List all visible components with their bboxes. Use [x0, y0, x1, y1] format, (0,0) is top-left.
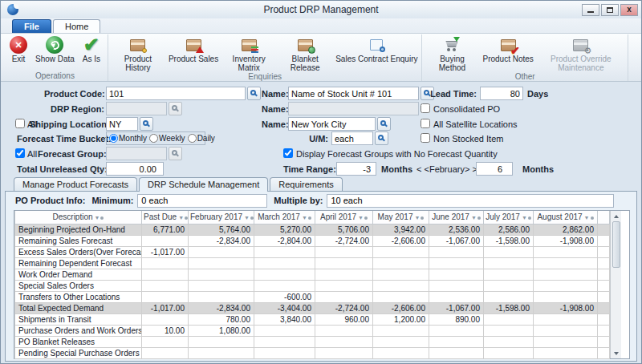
- exit-button[interactable]: ✕ Exit: [4, 34, 33, 63]
- all-forecast-label: All: [27, 149, 37, 159]
- time-range-forward-input[interactable]: [476, 162, 513, 176]
- grid-header-cell[interactable]: April 2017▼: [315, 211, 373, 224]
- filter-icon[interactable]: ▼: [178, 215, 184, 220]
- as-is-button[interactable]: ✔ As Is: [77, 34, 106, 63]
- shipping-location-input[interactable]: [106, 117, 138, 131]
- filter-icon[interactable]: ▼: [522, 215, 527, 220]
- grid-header-cell[interactable]: March 2017▼: [254, 211, 315, 224]
- grid-header-cell[interactable]: August 2017▼: [534, 211, 598, 224]
- um-input[interactable]: [331, 131, 373, 145]
- minimum-input[interactable]: [137, 194, 267, 208]
- close-icon: x: [627, 6, 632, 14]
- sales-contract-enquiry-button[interactable]: Sales Contract Enquiry: [333, 34, 420, 63]
- month-prev-arrows[interactable]: < <: [416, 164, 429, 174]
- monthly-label: Monthly: [119, 134, 147, 143]
- filter-dot-icon[interactable]: [591, 216, 594, 220]
- filter-icon[interactable]: ▼: [302, 215, 307, 220]
- tab-home[interactable]: Home: [53, 19, 100, 33]
- filter-dot-icon[interactable]: [185, 216, 188, 220]
- filter-icon[interactable]: ▼: [414, 215, 420, 220]
- button-label: Product Notes: [482, 55, 533, 63]
- weekly-radio[interactable]: [149, 134, 158, 143]
- consolidated-po-checkbox[interactable]: [421, 103, 430, 113]
- cell-value: [254, 246, 315, 257]
- filter-icon[interactable]: ▼: [244, 215, 250, 220]
- grid-header-cell[interactable]: February 2017▼: [189, 211, 254, 224]
- shipping-location-lookup-button[interactable]: [140, 117, 153, 131]
- tab-file[interactable]: File: [12, 19, 51, 33]
- filter-dot-icon[interactable]: [477, 216, 481, 220]
- product-code-lookup-button[interactable]: [247, 87, 261, 100]
- vertical-scrollbar[interactable]: [610, 211, 621, 358]
- cell-value: [429, 336, 484, 347]
- grid-header-cell[interactable]: July 2017▼: [484, 211, 534, 224]
- non-stocked-checkbox[interactable]: [421, 133, 430, 143]
- product-override-maintenance-button: ⚙ Product Override Maintenance: [536, 34, 626, 72]
- product-code-input[interactable]: [106, 87, 246, 100]
- shipping-location-name-lookup-button[interactable]: [377, 117, 391, 131]
- cell-value: [373, 280, 429, 291]
- scroll-up-button[interactable]: [611, 211, 621, 221]
- cell-value: [534, 269, 598, 280]
- grid-header-cell[interactable]: May 2017▼: [373, 211, 429, 224]
- scrollbar-thumb[interactable]: [612, 221, 620, 268]
- product-history-button[interactable]: Product History: [110, 34, 166, 72]
- forecast-group-label: Forecast Group:: [38, 149, 104, 159]
- lead-time-input[interactable]: [480, 87, 523, 100]
- column-label: February 2017: [190, 212, 242, 221]
- show-data-button[interactable]: Show Data: [33, 34, 77, 63]
- table-row: Remaining Sales Forecast-2,834.00-2,804.…: [15, 235, 610, 246]
- filter-dot-icon[interactable]: [250, 216, 254, 220]
- scroll-down-button[interactable]: [611, 348, 621, 358]
- row-filler: [598, 302, 610, 313]
- filter-dot-icon[interactable]: [528, 216, 531, 220]
- minimize-button[interactable]: [582, 4, 599, 16]
- tab-manage-product-forecasts[interactable]: Manage Product Forecasts: [14, 177, 137, 191]
- filter-dot-icon[interactable]: [364, 216, 368, 220]
- inventory-matrix-button[interactable]: Inventory Matrix: [221, 34, 277, 72]
- filter-icon[interactable]: ▼: [471, 215, 477, 220]
- filter-icon[interactable]: ▼: [95, 215, 100, 220]
- time-range-back-input[interactable]: [336, 162, 376, 176]
- row-filler: [598, 235, 610, 246]
- grid-header-cell[interactable]: Past Due▼: [142, 211, 189, 224]
- blanket-release-button[interactable]: Blanket Release: [277, 34, 333, 72]
- all-forecast-checkbox[interactable]: [15, 148, 25, 158]
- all-shipping-checkbox[interactable]: [15, 119, 25, 128]
- filter-icon[interactable]: ▼: [358, 215, 364, 220]
- radio-monthly[interactable]: Monthly: [109, 134, 147, 143]
- filter-dot-icon[interactable]: [421, 216, 424, 220]
- product-sales-button[interactable]: Product Sales: [166, 34, 221, 63]
- month-spinner[interactable]: < <February> >: [416, 164, 477, 174]
- display-forecast-checkbox[interactable]: [283, 148, 293, 158]
- filter-dot-icon[interactable]: [308, 216, 311, 220]
- filter-icon[interactable]: ▼: [584, 215, 590, 220]
- cell-value: [254, 280, 315, 291]
- radio-weekly[interactable]: Weekly: [149, 134, 185, 143]
- grid-header-cell[interactable]: June 2017▼: [429, 211, 484, 224]
- cell-value: [429, 347, 484, 358]
- filter-dot-icon[interactable]: [100, 216, 104, 220]
- total-unreleased-input[interactable]: [106, 162, 164, 176]
- daily-radio[interactable]: [188, 134, 197, 143]
- monthly-radio[interactable]: [109, 134, 118, 143]
- maximize-button[interactable]: [601, 4, 619, 16]
- shipping-location-name-input[interactable]: [288, 117, 376, 131]
- row-description: Transfers to Other Locations: [15, 291, 142, 302]
- consolidated-po-label: Consolidated PO: [433, 104, 500, 114]
- all-satellite-checkbox[interactable]: [421, 119, 430, 128]
- multiple-by-input[interactable]: [327, 194, 614, 208]
- total-unreleased-label: Total Unreleased Qty:: [17, 164, 104, 174]
- close-button[interactable]: x: [620, 4, 638, 16]
- radio-daily[interactable]: Daily: [188, 134, 215, 143]
- column-label: August 2017: [537, 212, 582, 221]
- cell-value: [484, 336, 534, 347]
- product-notes-button[interactable]: ✔ Product Notes: [480, 34, 535, 63]
- tab-drp-schedule-management[interactable]: DRP Schedule Management: [139, 177, 268, 192]
- um-lookup-button[interactable]: [375, 131, 388, 145]
- table-row: Shipments in Transit780.003,840.00960.00…: [15, 313, 610, 325]
- tab-requirements[interactable]: Requirements: [270, 177, 342, 191]
- product-name-input[interactable]: [288, 87, 419, 100]
- buying-method-button[interactable]: Buying Method: [424, 34, 480, 72]
- grid-header-cell[interactable]: Description▼: [15, 211, 142, 224]
